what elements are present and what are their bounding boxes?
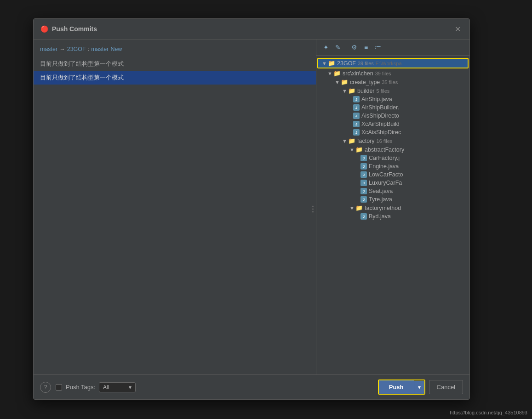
dialog-body: master → 23GOF : master New 目前只做到了结构型第一个… (34, 40, 469, 374)
cancel-button[interactable]: Cancel (429, 380, 463, 394)
tree-folder-create-type[interactable]: ▼ 📁 create_type 35 files (316, 78, 469, 86)
push-button[interactable]: Push (379, 380, 414, 394)
left-panel: master → 23GOF : master New 目前只做到了结构型第一个… (34, 40, 316, 374)
push-tags-checkbox[interactable] (56, 384, 62, 391)
root-arrow: ▼ (322, 61, 326, 66)
tree-file-engine[interactable]: J Engine.java (316, 162, 469, 170)
commit-message-2: 目前只做到了结构型第一个模式 (40, 74, 124, 81)
folder-icon: 📁 (355, 204, 363, 211)
tree-file-airship[interactable]: J AirShip.java (316, 95, 469, 103)
watermark-text: https://blog.csdn.net/qq_43510893 (450, 410, 527, 415)
arrow: ▼ (335, 79, 339, 85)
tree-file-aisshipdirector[interactable]: J AisShipDirecto (316, 112, 469, 120)
folder-label: factorymethod (365, 205, 401, 211)
remote-branch: master (91, 46, 109, 52)
file-tree: ▼ 📁 23GOF 39 files E:\Workspa ▼ 📁 src\xi… (316, 56, 469, 374)
branch-colon: : (88, 46, 89, 52)
dialog-footer: ? Push Tags: All ▾ Push ▾ Cancel (34, 374, 469, 399)
tree-file-seat[interactable]: J Seat.java (316, 187, 469, 195)
push-dropdown-button[interactable]: ▾ (414, 381, 424, 394)
java-file-icon: J (360, 171, 367, 178)
tree-folder-factorymethod[interactable]: ▼ 📁 factorymethod (316, 204, 469, 212)
folder-label: create_type (350, 79, 380, 85)
tree-file-xcairshipbuilder[interactable]: J XcAirShipBuild (316, 120, 469, 128)
tree-file-lowcarfactory[interactable]: J LowCarFacto (316, 170, 469, 179)
file-label: XcAisShipDirec (361, 129, 401, 136)
branch-info: master → 23GOF : master New (34, 43, 316, 57)
java-file-icon: J (353, 121, 360, 127)
push-tags-section: Push Tags: All ▾ (56, 382, 136, 392)
java-file-icon: J (360, 196, 367, 203)
dialog-app-icon: 🔴 (40, 25, 48, 33)
folder-icon: 📁 (355, 146, 363, 153)
folder-label: factory (357, 138, 375, 144)
drag-dot (312, 209, 314, 210)
tree-folder-src[interactable]: ▼ 📁 src\xin\chen 39 files (316, 69, 469, 78)
file-label: Engine.java (369, 163, 399, 170)
file-label: AirShip.java (361, 96, 392, 102)
drag-dot (312, 211, 314, 213)
root-count: 39 files (358, 61, 374, 66)
drag-dot (312, 206, 314, 207)
tree-folder-builder[interactable]: ▼ 📁 builder 5 files (316, 86, 469, 95)
tree-file-xcaisshipdirec[interactable]: J XcAisShipDirec (316, 128, 469, 136)
java-file-icon: J (360, 163, 367, 170)
folder-label: src\xin\chen (343, 70, 373, 77)
sparkle-icon[interactable]: ✦ (321, 42, 331, 52)
java-file-icon: J (360, 155, 367, 161)
tree-file-luxurycarfactory[interactable]: J LuxuryCarFa (316, 179, 469, 187)
java-file-icon: J (353, 113, 360, 119)
file-label: AirShipBuilder. (361, 104, 399, 111)
arrow: ▼ (342, 138, 347, 144)
close-button[interactable]: ✕ (452, 23, 463, 34)
tree-toolbar: ✦ ✎ ⚙ ≡ ≔ (316, 40, 469, 56)
settings-icon[interactable]: ⚙ (349, 42, 359, 52)
local-branch: master (40, 46, 57, 52)
commit-message-1: 目前只做到了结构型第一个模式 (40, 60, 124, 67)
tree-file-tyre[interactable]: J Tyre.java (316, 195, 469, 204)
arrow: ▼ (327, 71, 332, 76)
collapse-icon[interactable]: ≔ (373, 42, 383, 52)
folder-count: 35 files (382, 79, 398, 85)
push-tags-label: Push Tags: (66, 384, 95, 391)
file-label: LowCarFacto (369, 171, 403, 178)
file-label: LuxuryCarFa (369, 180, 402, 186)
tree-file-airshipbuilder[interactable]: J AirShipBuilder. (316, 103, 469, 112)
arrow: ▼ (342, 88, 347, 94)
watermark: https://blog.csdn.net/qq_43510893 (450, 410, 527, 415)
folder-count: 16 files (377, 138, 393, 144)
folder-icon: 📁 (341, 79, 348, 85)
root-path: E:\Workspa (376, 61, 402, 66)
help-button[interactable]: ? (40, 382, 51, 393)
folder-icon: 📁 (348, 137, 355, 144)
commit-item[interactable]: 目前只做到了结构型第一个模式 (34, 57, 316, 71)
tree-folder-factory[interactable]: ▼ 📁 factory 16 files (316, 136, 469, 145)
tree-root-item[interactable]: ▼ 📁 23GOF 39 files E:\Workspa (317, 58, 469, 68)
file-label: Seat.java (369, 188, 393, 194)
root-label: 23GOF (337, 60, 356, 67)
action-buttons: Push ▾ Cancel (378, 379, 463, 395)
folder-icon: 📁 (348, 87, 355, 94)
expand-icon[interactable]: ≡ (361, 42, 371, 52)
java-file-icon: J (353, 96, 360, 102)
tree-folder-abstractfactory[interactable]: ▼ 📁 abstractFactory (316, 145, 469, 154)
file-label: AisShipDirecto (361, 113, 399, 119)
right-panel: ✦ ✎ ⚙ ≡ ≔ ▼ 📁 23GOF 39 files E:\Workspa (316, 40, 469, 374)
panel-splitter[interactable] (310, 204, 315, 215)
tags-value: All (103, 384, 109, 391)
dialog-titlebar: 🔴 Push Commits ✕ (34, 19, 469, 40)
remote-name: 23GOF (67, 46, 86, 52)
tree-file-carfactory[interactable]: J CarFactory.j (316, 154, 469, 162)
branch-arrow: → (59, 46, 65, 52)
new-badge: New (110, 46, 122, 52)
folder-icon: 📁 (333, 70, 341, 77)
folder-label: builder (357, 88, 375, 94)
arrow: ▼ (349, 147, 354, 153)
commit-item-selected[interactable]: 目前只做到了结构型第一个模式 (34, 71, 316, 85)
arrow: ▼ (349, 205, 354, 211)
push-commits-dialog: 🔴 Push Commits ✕ master → 23GOF : master… (33, 18, 470, 400)
tags-dropdown[interactable]: All ▾ (99, 382, 136, 392)
file-label: Byd.java (369, 213, 391, 220)
tree-file-byd[interactable]: J Byd.java (316, 212, 469, 221)
edit-icon[interactable]: ✎ (333, 42, 343, 52)
